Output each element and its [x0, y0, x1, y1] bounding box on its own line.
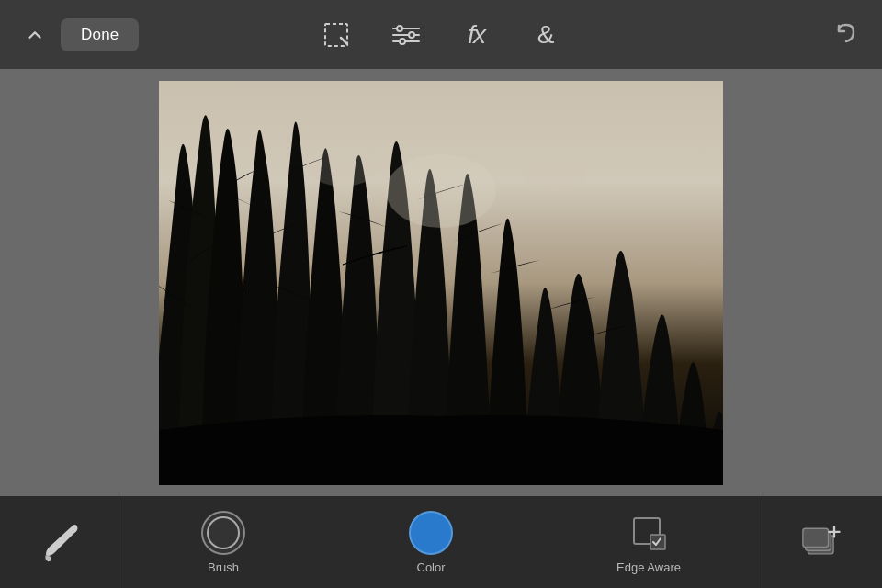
bottom-toolbar: Brush Color Edge Aware	[0, 496, 882, 588]
edge-aware-tool-item[interactable]: Edge Aware	[598, 496, 699, 588]
svg-point-10	[306, 141, 379, 187]
brush-tool-item[interactable]: Brush	[183, 496, 264, 588]
toolbar-center-icons: fx &	[320, 18, 562, 51]
toolbar-right	[831, 18, 864, 51]
photo-canvas[interactable]	[159, 81, 723, 485]
paint-brush-tool[interactable]	[0, 496, 119, 588]
svg-point-7	[400, 39, 405, 44]
undo-button[interactable]	[831, 18, 864, 51]
forest-image	[159, 81, 723, 485]
canvas-area	[0, 69, 882, 496]
color-label: Color	[417, 560, 446, 574]
brush-label: Brush	[208, 560, 239, 574]
adjustments-tool-button[interactable]	[390, 18, 423, 51]
ampersand-icon: &	[537, 20, 555, 50]
svg-rect-0	[325, 24, 347, 46]
collapse-button[interactable]	[18, 18, 51, 51]
top-toolbar: Done fx &	[0, 0, 882, 69]
svg-point-9	[386, 154, 496, 228]
brush-inner-circle	[207, 516, 240, 549]
brush-paint-icon	[37, 519, 83, 565]
brush-tool-icon	[201, 511, 245, 555]
layers-tool[interactable]	[763, 496, 882, 588]
color-swatch-icon	[409, 511, 453, 555]
selection-tool-button[interactable]	[320, 18, 353, 51]
svg-rect-16	[802, 528, 828, 547]
svg-point-5	[397, 26, 402, 31]
fx-icon: fx	[468, 20, 484, 50]
layers-icon	[801, 520, 845, 564]
svg-line-1	[341, 38, 347, 44]
edge-aware-icon	[627, 511, 671, 555]
svg-point-11	[522, 154, 586, 191]
svg-point-6	[409, 32, 414, 38]
fx-effects-button[interactable]: fx	[459, 18, 492, 51]
edge-aware-label: Edge Aware	[616, 560, 681, 574]
done-button[interactable]: Done	[61, 18, 139, 51]
forest-svg	[159, 81, 723, 485]
color-tool-item[interactable]: Color	[390, 496, 471, 588]
bottom-tools-center: Brush Color Edge Aware	[119, 496, 763, 588]
blend-mode-button[interactable]: &	[529, 18, 562, 51]
toolbar-left: Done	[18, 18, 139, 51]
